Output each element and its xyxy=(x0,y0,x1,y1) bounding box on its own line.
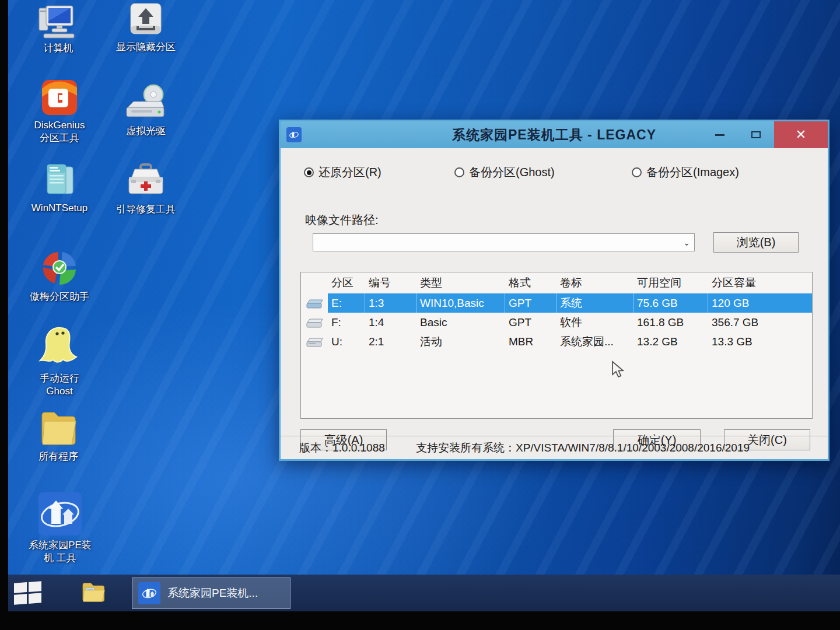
col-header: 卷标 xyxy=(556,275,634,290)
cell-volume: 系统家园... xyxy=(556,334,634,349)
desktop-icon-winntsetup[interactable]: WinNTSetup xyxy=(15,162,104,215)
window-content: 还原分区(R) 备份分区(Ghost) 备份分区(Imagex) 映像文件路径:… xyxy=(281,148,828,459)
cell-free: 75.6 GB xyxy=(634,293,708,313)
radio-backup-imagex[interactable]: 备份分区(Imagex) xyxy=(632,164,739,180)
cell-drive: E: xyxy=(328,293,365,313)
close-window-button[interactable]: ✕ xyxy=(774,121,828,148)
desktop-icon-label: 所有程序 xyxy=(38,450,78,463)
cell-volume: 系统 xyxy=(556,293,634,313)
winntsetup-icon xyxy=(41,162,78,200)
radio-restore-partition[interactable]: 还原分区(R) xyxy=(304,164,454,180)
version-text: 版本：1.0.0.1088 xyxy=(299,440,416,456)
desktop: 计算机 显示隐藏分区 DiskGenius 分区工具 xyxy=(8,0,840,611)
radio-backup-ghost[interactable]: 备份分区(Ghost) xyxy=(454,164,632,180)
radio-dot xyxy=(632,167,642,177)
chevron-down-icon[interactable]: ⌄ xyxy=(679,238,694,247)
cell-capacity: 356.7 GB xyxy=(708,316,812,329)
disk-drive-icon xyxy=(301,336,328,348)
radio-label: 备份分区(Imagex) xyxy=(646,164,739,180)
desktop-icon-label: 手动运行 Ghost xyxy=(40,372,79,398)
image-path-label: 映像文件路径: xyxy=(305,212,379,228)
desktop-icon-ghost[interactable]: 手动运行 Ghost xyxy=(21,324,98,398)
cell-format: MBR xyxy=(505,335,556,348)
desktop-icon-label: 虚拟光驱 xyxy=(126,125,166,138)
pe-installer-window: 系统家园PE装机工具 - LEGACY ✕ 还原分区(R) 备份分区(Ghost… xyxy=(279,120,830,461)
desktop-icon-show-hidden[interactable]: 显示隐藏分区 xyxy=(103,2,189,54)
cell-format: GPT xyxy=(505,293,556,313)
boot-repair-toolbox-icon xyxy=(123,162,169,201)
taskbar: 系统家园PE装机... xyxy=(8,575,840,611)
desktop-icon-aomei[interactable]: 傲梅分区助手 xyxy=(20,250,99,303)
desktop-icon-label: 系统家园PE装 机 工具 xyxy=(29,539,92,565)
col-header: 编号 xyxy=(365,275,416,290)
cell-free: 161.8 GB xyxy=(634,316,708,329)
image-path-combobox[interactable]: ⌄ xyxy=(313,233,695,251)
cell-volume: 软件 xyxy=(556,315,634,330)
col-header: 类型 xyxy=(416,275,505,290)
windows-logo-icon xyxy=(14,581,41,604)
desktop-icon-label: 傲梅分区助手 xyxy=(30,290,89,303)
diskgenius-icon xyxy=(40,78,79,117)
partition-list[interactable]: 分区 编号 类型 格式 卷标 可用空间 分区容量 E: xyxy=(300,272,813,419)
cell-index: 1:3 xyxy=(365,293,416,313)
partition-row-f[interactable]: F: 1:4 Basic GPT 软件 161.8 GB 356.7 GB xyxy=(301,313,812,332)
pe-tool-taskbar-icon xyxy=(138,582,160,604)
radio-dot xyxy=(454,167,464,177)
radio-label: 还原分区(R) xyxy=(318,164,382,180)
col-header: 分区 xyxy=(328,275,365,290)
desktop-icon-pe-tool[interactable]: 系统家园PE装 机 工具 xyxy=(16,491,104,565)
desktop-icon-all-programs[interactable]: 所有程序 xyxy=(21,407,96,463)
image-path-input[interactable] xyxy=(313,237,679,249)
maximize-button[interactable] xyxy=(738,121,774,148)
disk-drive-icon xyxy=(301,317,328,328)
radio-label: 备份分区(Ghost) xyxy=(469,164,555,180)
start-button[interactable] xyxy=(8,575,47,611)
desktop-icon-label: 显示隐藏分区 xyxy=(116,41,176,54)
taskbar-item-pe-tool[interactable]: 系统家园PE装机... xyxy=(132,578,290,609)
cell-type: 活动 xyxy=(416,334,505,349)
radio-dot xyxy=(304,167,314,177)
partition-row-e[interactable]: E: 1:3 WIN10,Basic GPT 系统 75.6 GB 120 GB xyxy=(301,293,812,313)
cell-capacity: 13.3 GB xyxy=(708,335,812,348)
file-explorer-button[interactable] xyxy=(80,580,106,606)
col-header: 格式 xyxy=(505,275,556,290)
folder-icon xyxy=(38,407,78,448)
partition-row-u[interactable]: U: 2:1 活动 MBR 系统家园... 13.2 GB 13.3 GB xyxy=(301,332,812,351)
desktop-icon-label: 计算机 xyxy=(44,42,74,55)
supported-systems-text: 支持安装所有系统：XP/VISTA/WIN7/8/8.1/10/2003/200… xyxy=(416,440,828,456)
window-titlebar[interactable]: 系统家园PE装机工具 - LEGACY ✕ xyxy=(281,121,828,148)
desktop-icon-label: WinNTSetup xyxy=(32,202,88,215)
cell-drive: F: xyxy=(328,316,365,329)
disk-drive-icon xyxy=(301,298,328,309)
browse-button[interactable]: 浏览(B) xyxy=(713,232,799,253)
cell-type: WIN10,Basic xyxy=(416,293,505,313)
show-hidden-partitions-icon xyxy=(127,2,164,38)
virtual-cd-drive-icon xyxy=(123,83,169,123)
desktop-icon-computer[interactable]: 计算机 xyxy=(21,4,96,55)
aomei-pie-icon xyxy=(37,250,82,288)
ghost-icon xyxy=(38,324,81,370)
desktop-icon-virtual-cd[interactable]: 虚拟光驱 xyxy=(106,83,186,138)
cell-capacity: 120 GB xyxy=(708,293,812,313)
taskbar-item-label: 系统家园PE装机... xyxy=(167,586,258,601)
minimize-button[interactable] xyxy=(702,121,738,148)
cell-index: 1:4 xyxy=(365,316,416,329)
mode-radio-group: 还原分区(R) 备份分区(Ghost) 备份分区(Imagex) xyxy=(304,164,810,180)
pe-tool-house-icon xyxy=(37,491,83,537)
desktop-icon-label: 引导修复工具 xyxy=(116,203,176,216)
desktop-icon-diskgenius[interactable]: DiskGenius 分区工具 xyxy=(21,78,98,145)
partition-list-header: 分区 编号 类型 格式 卷标 可用空间 分区容量 xyxy=(301,272,812,293)
cell-drive: U: xyxy=(328,335,365,348)
cell-index: 2:1 xyxy=(365,335,416,348)
mouse-cursor xyxy=(611,360,626,380)
cell-free: 13.2 GB xyxy=(634,335,708,348)
status-bar: 版本：1.0.0.1088 支持安装所有系统：XP/VISTA/WIN7/8/8… xyxy=(281,436,828,459)
col-header: 分区容量 xyxy=(708,275,812,290)
col-header: 可用空间 xyxy=(634,275,708,290)
computer-icon xyxy=(37,4,80,40)
desktop-icon-boot-repair[interactable]: 引导修复工具 xyxy=(103,162,189,216)
cell-type: Basic xyxy=(416,316,505,329)
desktop-icon-label: DiskGenius 分区工具 xyxy=(34,119,85,145)
cell-format: GPT xyxy=(505,316,556,329)
